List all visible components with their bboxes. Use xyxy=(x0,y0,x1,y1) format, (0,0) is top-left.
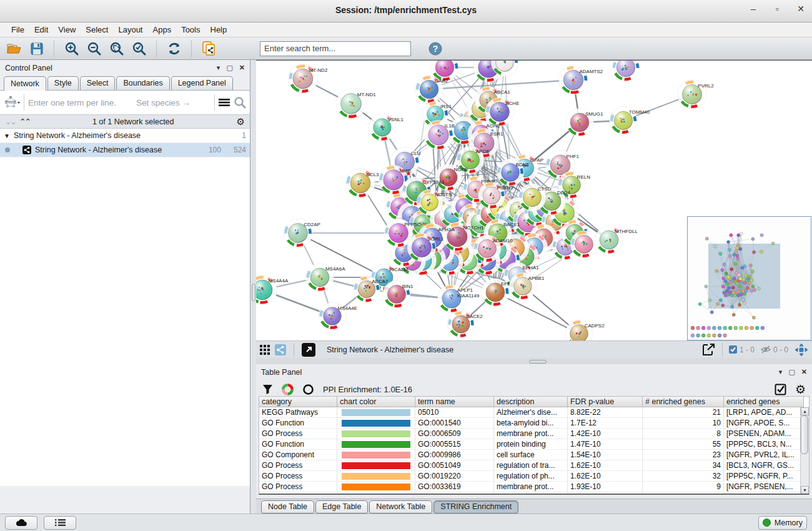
tab-legend-panel[interactable]: Legend Panel xyxy=(171,76,233,90)
export-network-icon[interactable] xyxy=(702,343,716,357)
zoom-selected-icon[interactable] xyxy=(130,40,149,57)
select-rows-checkbox-icon[interactable] xyxy=(775,384,786,395)
ring-chart-icon[interactable] xyxy=(302,384,314,395)
save-session-button[interactable] xyxy=(27,40,46,57)
network-node[interactable]: PVRL2 xyxy=(678,80,714,109)
column-header-term-name[interactable]: term name xyxy=(415,397,494,407)
network-node[interactable] xyxy=(570,231,598,258)
network-options-gear-icon[interactable]: ⚙ xyxy=(237,116,245,127)
open-session-button[interactable] xyxy=(5,40,24,57)
network-node[interactable]: IL1B xyxy=(423,120,455,150)
help-icon[interactable]: ? xyxy=(426,40,445,57)
zoom-fit-icon[interactable] xyxy=(107,40,126,57)
network-node[interactable] xyxy=(612,61,640,81)
network-node[interactable]: APBB1 xyxy=(509,272,545,300)
refresh-icon[interactable] xyxy=(165,40,184,57)
panel-menu-icon[interactable]: ▾ xyxy=(779,368,783,376)
zoom-out-icon[interactable] xyxy=(85,40,104,57)
network-tree-row[interactable]: String Network - Alzheimer's disease1005… xyxy=(0,143,250,157)
panel-menu-icon[interactable]: ▾ xyxy=(217,64,220,72)
string-logo-icon[interactable]: STRING xyxy=(4,95,20,110)
network-node[interactable]: ADAMTS2 xyxy=(559,66,603,95)
close-button[interactable]: ✕ xyxy=(796,4,806,14)
menu-tools[interactable]: Tools xyxy=(176,24,205,36)
birds-eye-view[interactable] xyxy=(687,216,811,340)
network-node[interactable]: MT-ND1 xyxy=(336,89,376,119)
network-canvas[interactable]: MT-ND2MT-ND1VSNL1GAB2IRS1CHATABCA1BCHEIL… xyxy=(256,60,812,340)
network-node[interactable]: MTHFDLL xyxy=(595,226,638,254)
scroll-down-icon[interactable]: ▼ xyxy=(801,486,809,494)
panel-float-icon[interactable]: ▢ xyxy=(226,64,232,72)
column-header-enriched-genes[interactable]: enriched genes xyxy=(724,397,804,407)
column-header--enriched-genes[interactable]: # enriched genes xyxy=(643,397,724,407)
menu-help[interactable]: Help xyxy=(205,24,232,36)
memory-button[interactable]: Memory xyxy=(758,516,807,530)
open-in-browser-icon[interactable] xyxy=(302,343,315,357)
tab-style[interactable]: Style xyxy=(47,76,79,90)
share-network-icon[interactable] xyxy=(275,344,286,355)
network-node[interactable]: TOMM40 xyxy=(610,107,650,134)
automation-cloud-button[interactable] xyxy=(5,516,37,530)
tab-select[interactable]: Select xyxy=(80,76,116,90)
table-row[interactable]: GO ProcessGO:0033619membrane prot...1.93… xyxy=(259,482,809,492)
network-node[interactable]: GAB2 xyxy=(415,76,448,104)
column-header-category[interactable]: category xyxy=(259,397,337,407)
table-row[interactable]: GO ProcessGO:0006509membrane prot...1.42… xyxy=(259,429,809,439)
scroll-up-icon[interactable]: ▲ xyxy=(801,407,809,415)
tab-network[interactable]: Network xyxy=(4,76,46,91)
table-row[interactable]: GO ProcessGO:0051049regulation of tra...… xyxy=(259,460,809,471)
network-node[interactable]: MS4A4A xyxy=(256,275,289,304)
table-row[interactable]: GO ComponentGO:0009986cell surface1.54E-… xyxy=(259,450,809,460)
table-settings-gear-icon[interactable]: ⚙ xyxy=(795,382,806,397)
table-row[interactable]: GO FunctionGO:0005515protein binding1.47… xyxy=(259,439,809,450)
menu-layout[interactable]: Layout xyxy=(113,24,147,36)
table-row[interactable]: GO ProcessGO:0050435beta-amyloid m...2.0… xyxy=(259,492,809,494)
species-hint[interactable]: Set species → xyxy=(136,98,191,107)
maximize-button[interactable]: ▫ xyxy=(772,4,782,14)
string-search-icon[interactable] xyxy=(234,96,246,109)
table-scrollbar[interactable]: ▲ ▼ xyxy=(800,407,809,494)
string-query-input[interactable]: Enter one term per line. xyxy=(28,98,116,107)
network-tree-row[interactable]: ▼String Network - Alzheimer's disease1 xyxy=(0,129,250,143)
column-header-FDR-p-value[interactable]: FDR p-value xyxy=(568,397,643,407)
network-node[interactable]: BACE2 xyxy=(447,310,483,337)
table-row[interactable]: GO FunctionGO:0001540beta-amyloid bi...1… xyxy=(259,418,809,429)
network-node[interactable]: SMUG1 xyxy=(566,109,603,137)
panel-close-icon[interactable]: ✕ xyxy=(239,64,245,72)
menu-view[interactable]: View xyxy=(53,24,81,36)
network-node[interactable]: MS4A4E xyxy=(319,302,357,330)
table-row[interactable]: GO ProcessGO:0019220regulation of ph...1… xyxy=(259,471,809,482)
network-node[interactable]: BIN1 xyxy=(383,280,413,308)
table-row[interactable]: KEGG Pathways05010Alzheimer's dise...8.8… xyxy=(259,407,809,418)
panel-splitter-horizontal[interactable] xyxy=(256,358,812,364)
task-history-button[interactable] xyxy=(44,516,76,530)
network-node[interactable]: APLP1KIAA1149 xyxy=(437,284,480,312)
network-node[interactable]: BCHE xyxy=(485,97,519,126)
network-from-clipboard-icon[interactable] xyxy=(200,40,219,57)
network-node[interactable]: VSNL1 xyxy=(369,114,404,141)
menu-file[interactable]: File xyxy=(6,24,29,36)
grid-view-icon[interactable] xyxy=(260,345,270,355)
pie-chart-icon[interactable] xyxy=(282,384,294,395)
network-node[interactable]: BCL3 xyxy=(346,169,380,198)
collapse-all-icon[interactable]: ⌄⌄ xyxy=(5,117,16,126)
tab-edge-table[interactable]: Edge Table xyxy=(315,500,368,514)
column-header-description[interactable]: description xyxy=(494,397,568,407)
menu-select[interactable]: Select xyxy=(81,24,113,36)
panel-float-icon[interactable]: ▢ xyxy=(788,368,795,376)
zoom-in-icon[interactable] xyxy=(62,40,81,57)
tab-node-table[interactable]: Node Table xyxy=(261,500,314,514)
minimize-button[interactable]: – xyxy=(748,4,758,14)
tab-network-table[interactable]: Network Table xyxy=(369,500,432,514)
menu-edit[interactable]: Edit xyxy=(29,24,53,36)
string-options-icon[interactable] xyxy=(219,98,230,107)
search-input[interactable] xyxy=(260,41,411,56)
pan-navigate-icon[interactable] xyxy=(795,343,808,357)
scroll-thumb[interactable] xyxy=(801,415,808,454)
column-header-chart-color[interactable]: chart color xyxy=(337,397,415,407)
tab-boundaries[interactable]: Boundaries xyxy=(116,76,169,90)
tab-string-enrichment[interactable]: STRING Enrichment xyxy=(433,500,518,514)
network-node[interactable]: CADPS2 xyxy=(565,320,605,340)
filter-icon[interactable] xyxy=(262,384,273,395)
panel-close-icon[interactable]: ✕ xyxy=(801,368,807,376)
